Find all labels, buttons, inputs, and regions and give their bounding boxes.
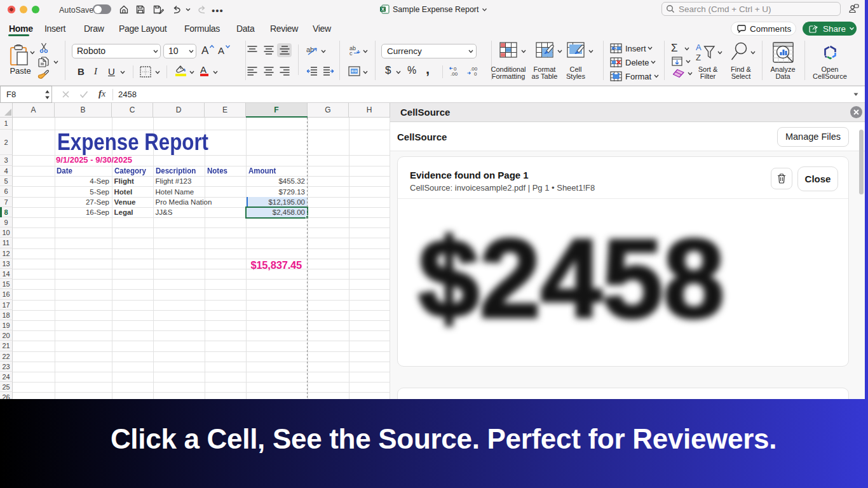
svg-text:c: c [349,50,353,56]
svg-text:0: 0 [474,71,477,76]
svg-text:ab: ab [306,46,314,53]
svg-text:A: A [696,43,702,52]
svg-text:.00: .00 [451,71,458,76]
svg-text:Z: Z [696,53,701,62]
svg-text:X: X [381,6,384,12]
